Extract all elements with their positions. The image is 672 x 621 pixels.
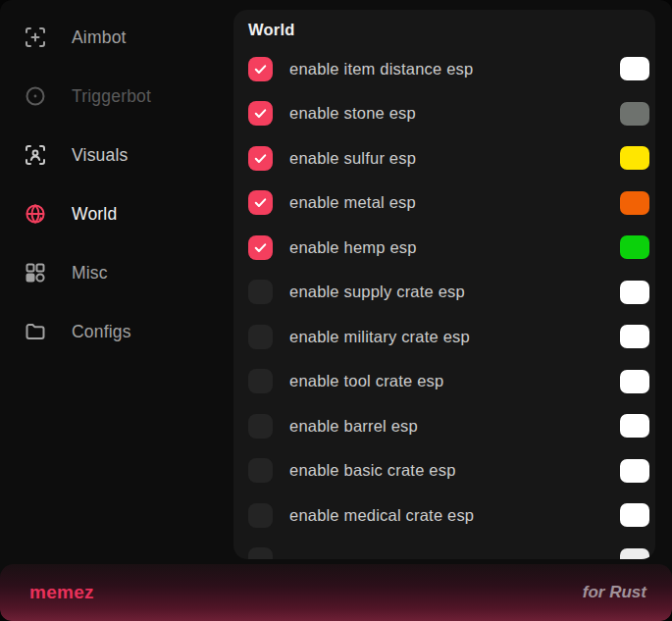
setting-row: enable barrel esp: [233, 404, 655, 449]
color-swatch[interactable]: [620, 548, 649, 559]
checkbox-checked[interactable]: [248, 235, 273, 260]
color-swatch[interactable]: [620, 414, 649, 438]
sidebar-item-label: World: [72, 204, 117, 225]
color-swatch[interactable]: [620, 459, 649, 483]
world-panel: World enable item distance espenable sto…: [233, 10, 655, 559]
setting-row: enable basic crate esp: [233, 448, 655, 493]
checkbox-checked[interactable]: [248, 190, 273, 215]
color-swatch[interactable]: [620, 503, 649, 527]
setting-row: enable sulfur esp: [233, 136, 655, 181]
setting-label: enable sulfur esp: [289, 149, 620, 168]
checkbox-unchecked[interactable]: [248, 414, 273, 439]
sidebar-item-label: Misc: [72, 263, 108, 284]
setting-label: enable barrel esp: [289, 417, 620, 436]
world-icon: [24, 202, 47, 226]
setting-label: enable stone esp: [289, 104, 620, 123]
sidebar-item-misc[interactable]: Misc: [0, 243, 233, 302]
setting-row: enable military crate esp: [233, 315, 655, 360]
checkbox-unchecked[interactable]: [248, 325, 273, 349]
setting-label: enable tool crate esp: [289, 372, 620, 390]
color-swatch[interactable]: [620, 370, 649, 393]
sidebar-item-triggerbot[interactable]: Triggerbot: [0, 67, 233, 126]
checkbox-unchecked[interactable]: [248, 369, 273, 393]
setting-row: enable medical crate esp: [233, 493, 655, 539]
setting-row: enable tool crate esp: [233, 359, 655, 404]
checkbox-checked[interactable]: [248, 146, 273, 171]
cheat-window: AimbotTriggerbotVisualsWorldMiscConfigs …: [0, 0, 672, 621]
color-swatch[interactable]: [620, 102, 649, 126]
setting-label: enable item distance esp: [289, 60, 620, 78]
setting-label: enable hemp esp: [289, 238, 620, 257]
sidebar-item-configs[interactable]: Configs: [0, 302, 233, 361]
brand-name: memez: [29, 582, 94, 603]
sidebar-item-label: Configs: [72, 322, 131, 342]
setting-row: enable stone esp: [233, 91, 655, 136]
setting-row: enable metal esp: [233, 181, 655, 226]
checkbox-unchecked[interactable]: [248, 547, 273, 559]
color-swatch[interactable]: [620, 281, 649, 304]
color-swatch[interactable]: [620, 325, 649, 348]
setting-label: enable metal esp: [289, 193, 620, 212]
color-swatch[interactable]: [620, 191, 649, 215]
sidebar-item-world[interactable]: World: [0, 184, 233, 243]
sidebar-item-label: Aimbot: [72, 27, 127, 48]
setting-label: enable basic crate esp: [289, 461, 620, 480]
color-swatch[interactable]: [620, 146, 649, 170]
misc-icon: [24, 261, 47, 285]
configs-icon: [24, 320, 47, 343]
checkbox-checked[interactable]: [248, 101, 273, 126]
aimbot-icon: [24, 26, 47, 49]
checkbox-unchecked[interactable]: [248, 280, 273, 304]
sidebar-item-visuals[interactable]: Visuals: [0, 126, 233, 184]
checkbox-unchecked[interactable]: [248, 458, 273, 483]
color-swatch[interactable]: [620, 235, 649, 259]
triggerbot-icon: [24, 84, 47, 108]
sidebar-item-label: Visuals: [72, 145, 129, 166]
sidebar-item-label: Triggerbot: [72, 86, 151, 107]
color-swatch[interactable]: [620, 57, 649, 80]
footer-subtitle: for Rust: [583, 583, 646, 602]
sidebar: AimbotTriggerbotVisualsWorldMiscConfigs: [0, 8, 233, 361]
setting-label: enable medical crate esp: [289, 506, 620, 525]
visuals-icon: [24, 143, 47, 167]
settings-list: enable item distance espenable stone esp…: [233, 47, 655, 560]
setting-label: enable supply crate esp: [289, 283, 620, 301]
checkbox-unchecked[interactable]: [248, 503, 273, 528]
checkbox-checked[interactable]: [248, 57, 273, 81]
panel-title: World: [233, 10, 655, 47]
setting-label: enable military crate esp: [289, 328, 620, 346]
setting-row: enable supply crate esp: [233, 270, 655, 315]
setting-row: enable item distance esp: [233, 47, 655, 92]
setting-row: [233, 538, 655, 559]
footer-bar: memez for Rust: [0, 564, 672, 621]
setting-row: enable hemp esp: [233, 226, 655, 271]
sidebar-item-aimbot[interactable]: Aimbot: [0, 8, 233, 67]
